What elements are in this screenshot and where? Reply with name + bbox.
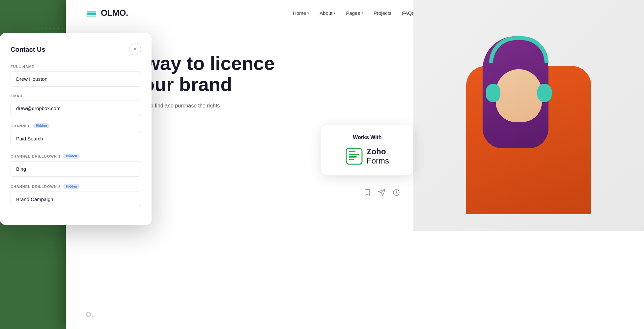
nav-about-caret: ▾	[334, 11, 335, 15]
nav-pages-caret: ▾	[361, 11, 363, 15]
contact-us-modal: Contact Us × FULL NAME EMAIL CHANNEL Hid…	[0, 33, 152, 225]
nav-link-pages[interactable]: Pages ▾	[346, 10, 363, 16]
nav-home-caret: ▾	[307, 11, 309, 15]
hero-image-area	[413, 0, 644, 231]
input-email[interactable]	[11, 101, 141, 116]
logo-area: OLMO.	[86, 7, 128, 19]
nav-item-pages[interactable]: Pages ▾	[346, 10, 363, 16]
modal-close-button[interactable]: ×	[129, 44, 141, 55]
channel-hidden-badge: Hidden	[33, 123, 50, 128]
modal-overlay: Contact Us × FULL NAME EMAIL CHANNEL Hid…	[0, 33, 152, 225]
form-group-fullname: FULL NAME	[11, 65, 141, 87]
form-group-drilldown1: CHANNEL DRILLDOWN 1 Hidden	[11, 154, 141, 177]
headphones	[486, 36, 552, 102]
zoho-brand-name: Zoho Forms	[367, 147, 389, 165]
nav-item-about[interactable]: About ▾	[320, 10, 335, 16]
svg-rect-5	[349, 154, 359, 155]
svg-rect-6	[349, 156, 357, 158]
website-container: OLMO. Home ▾ About ▾ Pages ▾	[66, 0, 644, 329]
share-icon[interactable]	[378, 189, 386, 196]
nav-links: Home ▾ About ▾ Pages ▾ Projects	[293, 10, 414, 16]
person-figure	[466, 16, 591, 214]
form-group-channel: CHANNEL Hidden	[11, 123, 141, 146]
drilldown1-hidden-badge: Hidden	[63, 154, 80, 159]
input-drilldown2[interactable]	[11, 192, 141, 207]
input-channel[interactable]	[11, 131, 141, 146]
logo-watermark: o.	[86, 309, 94, 319]
nav-link-home[interactable]: Home ▾	[293, 10, 309, 16]
input-drilldown1[interactable]	[11, 161, 141, 177]
svg-rect-0	[87, 13, 97, 15]
clock-icon[interactable]	[392, 189, 400, 196]
modal-title: Contact Us	[11, 46, 45, 53]
modal-header: Contact Us ×	[11, 44, 141, 55]
drilldown2-hidden-badge: Hidden	[63, 184, 80, 189]
form-group-drilldown2: CHANNEL DRILLDOWN 2 Hidden	[11, 184, 141, 207]
logo-text: OLMO.	[101, 8, 128, 18]
headphone-cup-left	[486, 84, 500, 102]
svg-rect-7	[349, 159, 354, 160]
label-fullname: FULL NAME	[11, 65, 141, 69]
works-with-card: Works With Zoho Forms	[321, 125, 413, 175]
svg-rect-2	[87, 15, 97, 17]
nav-item-home[interactable]: Home ▾	[293, 10, 309, 16]
label-drilldown2: CHANNEL DRILLDOWN 2 Hidden	[11, 184, 141, 189]
logo-icon	[86, 7, 98, 19]
zoho-logo-area: Zoho Forms	[332, 147, 403, 165]
svg-rect-1	[87, 11, 97, 12]
nav-item-faqs[interactable]: FAQs	[402, 10, 414, 16]
works-with-title: Works With	[332, 135, 403, 140]
nav-link-faqs[interactable]: FAQs	[402, 10, 414, 16]
label-drilldown1: CHANNEL DRILLDOWN 1 Hidden	[11, 154, 141, 159]
label-channel: CHANNEL Hidden	[11, 123, 141, 128]
headphone-band	[489, 36, 548, 63]
nav-link-projects[interactable]: Projects	[374, 10, 391, 16]
svg-rect-4	[349, 151, 355, 152]
toolbar-icons	[363, 189, 400, 196]
label-email: EMAIL	[11, 94, 141, 98]
bookmark-icon[interactable]	[363, 189, 371, 196]
zoho-forms-icon	[346, 148, 363, 165]
form-group-email: EMAIL	[11, 94, 141, 116]
headphone-cup-right	[537, 84, 552, 102]
nav-item-projects[interactable]: Projects	[374, 10, 391, 16]
nav-link-about[interactable]: About ▾	[320, 10, 335, 16]
input-fullname[interactable]	[11, 71, 141, 87]
